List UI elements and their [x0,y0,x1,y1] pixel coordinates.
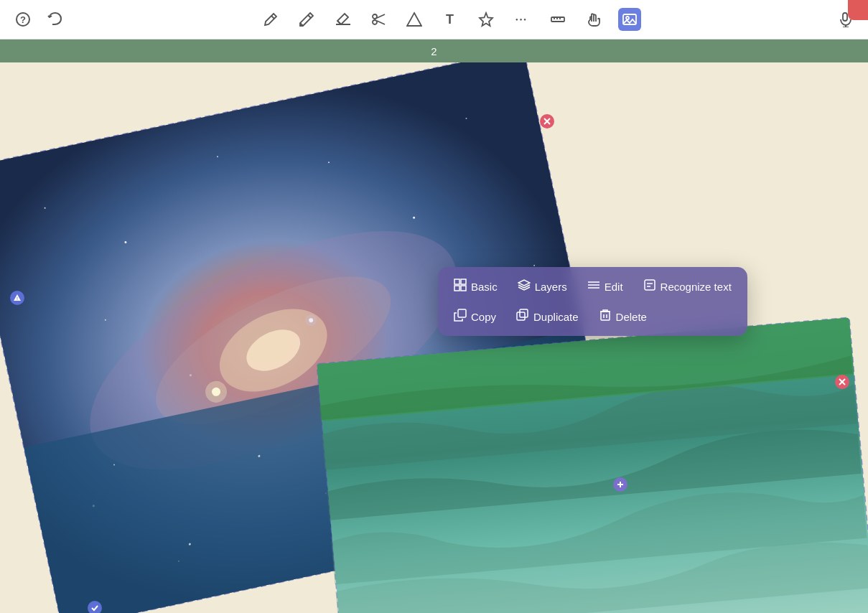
svg-point-2 [373,14,377,19]
canvas-area: Basic Layers [0,62,868,613]
svg-marker-6 [480,13,493,26]
svg-line-4 [377,14,385,18]
svg-rect-64 [601,312,610,320]
svg-rect-54 [461,286,466,291]
ocean-delete-handle[interactable] [835,375,849,389]
galaxy-resize-handle[interactable] [613,477,627,492]
context-menu: Basic Layers [438,267,747,336]
toolbar-left: ? [11,8,66,31]
svg-rect-51 [454,279,459,284]
svg-text:!: ! [17,296,18,301]
recognize-text-menu-item[interactable]: Recognize text [635,273,740,300]
duplicate-label: Duplicate [533,311,579,323]
ruler-tool[interactable] [546,8,569,31]
svg-rect-62 [517,312,525,320]
svg-rect-13 [843,13,847,21]
pencil-tool[interactable] [295,8,318,31]
svg-rect-61 [458,309,466,317]
image-tool[interactable] [618,8,641,31]
svg-text:?: ? [20,14,26,25]
eraser-tool[interactable] [331,8,354,31]
edit-menu-item[interactable]: Edit [579,273,632,300]
layers-icon [518,279,531,294]
galaxy-warning-handle[interactable]: ! [10,291,24,305]
svg-rect-7 [551,17,564,22]
copy-icon [454,309,467,324]
help-button[interactable]: ? [11,8,34,31]
galaxy-delete-handle[interactable] [540,114,554,128]
toolbar-center: T ●●● [66,8,834,31]
svg-point-12 [626,17,629,19]
recognize-text-icon [643,279,656,294]
delete-menu-item[interactable]: Delete [590,303,655,330]
svg-rect-58 [645,280,655,290]
context-menu-row2: Copy Duplicate [445,303,740,330]
svg-point-3 [373,20,377,24]
basic-label: Basic [471,281,498,293]
page-bar: 2 [0,39,868,62]
layers-label: Layers [535,281,567,293]
page-number: 2 [431,45,437,57]
undo-button[interactable] [43,8,66,31]
copy-label: Copy [471,311,496,323]
svg-line-5 [377,21,385,24]
svg-rect-53 [454,286,459,291]
svg-rect-63 [520,309,528,317]
svg-rect-52 [461,279,466,284]
recognize-text-label: Recognize text [661,281,732,293]
delete-icon [599,309,612,324]
pen-tool[interactable] [259,8,282,31]
toolbar: ? [0,0,868,39]
delete-label: Delete [616,311,647,323]
dots-tool[interactable]: ●●● [510,8,533,31]
top-right-button [848,0,868,20]
shape-tool[interactable] [403,8,426,31]
basic-icon [454,279,467,294]
edit-icon [587,279,600,294]
duplicate-icon [516,309,529,324]
hand-tool[interactable] [582,8,605,31]
copy-menu-item[interactable]: Copy [445,303,505,330]
layers-menu-item[interactable]: Layers [509,273,576,300]
duplicate-menu-item[interactable]: Duplicate [508,303,587,330]
galaxy-check-handle[interactable] [88,601,102,613]
context-menu-row1: Basic Layers [445,273,740,300]
text-tool[interactable]: T [439,8,462,31]
scissors-tool[interactable] [367,8,390,31]
basic-menu-item[interactable]: Basic [445,273,506,300]
star-tool[interactable] [475,8,498,31]
ocean-image[interactable] [315,316,868,613]
edit-label: Edit [605,281,623,293]
